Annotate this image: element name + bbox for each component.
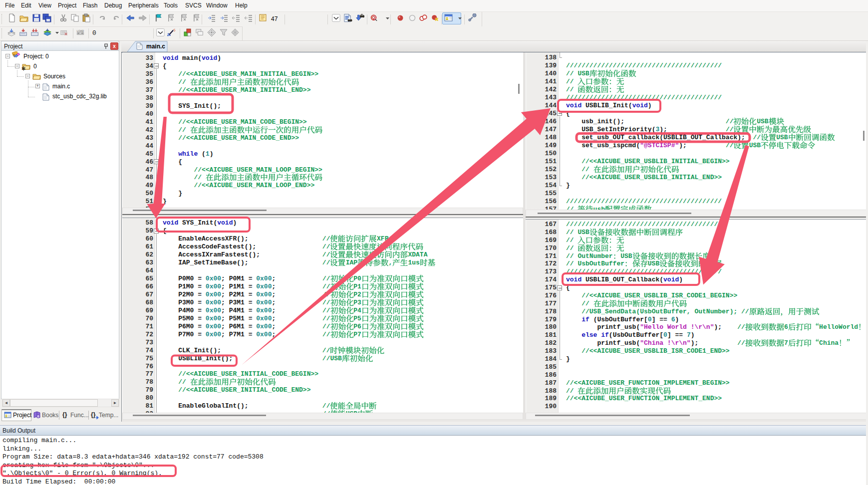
svg-text:?: ?	[37, 415, 39, 418]
svg-text:LOAD: LOAD	[77, 29, 84, 32]
